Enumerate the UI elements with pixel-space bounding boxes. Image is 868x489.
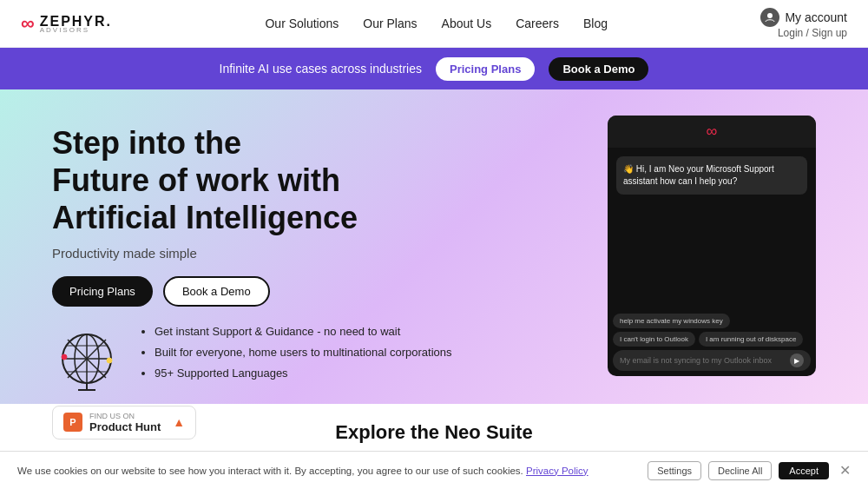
nav-blog[interactable]: Blog [583, 17, 608, 30]
quick-reply-1[interactable]: I can't login to Outlook [613, 332, 695, 347]
bullet-3: 95+ Supported Languages [155, 366, 452, 381]
chat-header: ∞ [608, 116, 816, 148]
ph-vote: ▲ [173, 415, 185, 429]
hero-section: Step into the Future of work with Artifi… [0, 89, 868, 404]
cookie-accept-button[interactable]: Accept [779, 462, 829, 479]
hero-buttons: Pricing Plans Book a Demo [52, 276, 573, 307]
account-label: My account [785, 10, 847, 24]
logo-infinity-icon: ∞ [21, 12, 35, 35]
chat-body: 👋 Hi, I am Neo your Microsoft Support as… [608, 148, 816, 308]
header: ∞ ZEPHYR. ADVISORS Our Solutions Our Pla… [0, 0, 868, 48]
cookie-close-button[interactable]: ✕ [839, 462, 851, 479]
hero-pricing-button[interactable]: Pricing Plans [52, 276, 153, 307]
account-area: My account Login / Sign up [760, 8, 847, 39]
globe-icon [52, 324, 122, 393]
account-top[interactable]: My account [760, 8, 847, 27]
chat-infinity-icon: ∞ [707, 122, 718, 141]
chat-bot-message: 👋 Hi, I am Neo your Microsoft Support as… [616, 156, 807, 195]
quick-reply-0[interactable]: help me activate my windows key [613, 314, 730, 328]
quick-reply-2[interactable]: I am running out of diskspace [699, 332, 804, 347]
nav-about[interactable]: About Us [442, 17, 492, 30]
chat-input[interactable] [620, 356, 786, 365]
cookie-decline-button[interactable]: Decline All [708, 461, 772, 480]
hero-content-row: Get instant Support & Guidance - no need… [52, 324, 573, 393]
cookie-banner: We use cookies on our website to see how… [0, 451, 868, 489]
svg-point-12 [107, 358, 112, 363]
chat-quick-replies: help me activate my windows key I can't … [613, 314, 811, 347]
ph-text: FIND US ON Product Hunt [89, 412, 161, 433]
nav-plans[interactable]: Our Plans [363, 17, 417, 30]
bullet-2: Built for everyone, home users to multin… [155, 345, 452, 360]
hero-demo-button[interactable]: Book a Demo [163, 276, 270, 307]
signup-link[interactable]: Sign up [812, 27, 847, 39]
hero-subtitle: Productivity made simple [52, 246, 573, 261]
banner-demo-button[interactable]: Book a Demo [549, 57, 648, 81]
cookie-settings-button[interactable]: Settings [648, 461, 701, 480]
product-hunt-badge[interactable]: P FIND US ON Product Hunt ▲ [52, 406, 196, 439]
chat-footer: help me activate my windows key I can't … [608, 308, 816, 376]
cookie-text: We use cookies on our website to see how… [17, 466, 648, 476]
ph-find-us: FIND US ON [89, 412, 161, 420]
hero-left: Step into the Future of work with Artifi… [52, 116, 573, 439]
auth-separator: / [806, 27, 809, 39]
auth-links: Login / Sign up [778, 27, 847, 39]
nav-solutions[interactable]: Our Solutions [265, 17, 339, 30]
chat-send-button[interactable]: ▶ [790, 354, 804, 367]
login-link[interactable]: Login [778, 27, 803, 39]
svg-point-11 [62, 354, 67, 360]
logo[interactable]: ∞ ZEPHYR. ADVISORS [21, 12, 112, 35]
svg-point-0 [767, 13, 773, 18]
promo-banner: Infinite AI use cases across industries … [0, 48, 868, 89]
ph-up-icon: ▲ [173, 415, 185, 429]
chat-window: ∞ 👋 Hi, I am Neo your Microsoft Support … [608, 116, 816, 376]
account-icon [760, 8, 779, 27]
ph-name: Product Hunt [89, 420, 161, 433]
chat-preview: ∞ 👋 Hi, I am Neo your Microsoft Support … [608, 116, 816, 376]
hero-title: Step into the Future of work with Artifi… [52, 124, 573, 237]
cookie-buttons: Settings Decline All Accept ✕ [648, 461, 851, 480]
banner-pricing-button[interactable]: Pricing Plans [436, 57, 535, 81]
banner-text: Infinite AI use cases across industries [220, 62, 422, 76]
privacy-policy-link[interactable]: Privacy Policy [526, 466, 589, 476]
ph-logo-icon: P [63, 413, 82, 432]
bullet-list: Get instant Support & Guidance - no need… [139, 324, 452, 387]
main-nav: Our Solutions Our Plans About Us Careers… [265, 17, 608, 30]
chat-input-row: ▶ [613, 350, 811, 371]
nav-careers[interactable]: Careers [516, 17, 559, 30]
bullet-1: Get instant Support & Guidance - no need… [155, 324, 452, 340]
